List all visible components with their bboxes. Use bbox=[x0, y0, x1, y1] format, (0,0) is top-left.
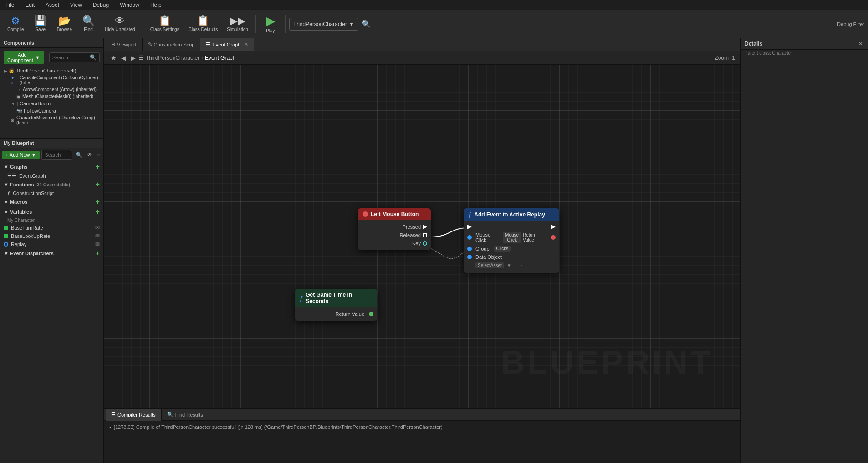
menu-help[interactable]: Help bbox=[148, 2, 163, 8]
tree-item-mesh[interactable]: ▣ Mesh (CharacterMesh0) (Inherited) bbox=[0, 93, 103, 100]
class-settings-label: Class Settings bbox=[150, 27, 179, 32]
compile-button[interactable]: ⚙ Compile bbox=[4, 12, 28, 36]
add-component-button[interactable]: + Add Component ▼ bbox=[4, 51, 44, 64]
graphs-section-header[interactable]: ▼ Graphs + bbox=[0, 162, 103, 172]
save-button[interactable]: 💾 Save bbox=[30, 12, 51, 36]
pin-key-out[interactable] bbox=[423, 241, 427, 246]
breadcrumb-back-button[interactable]: ◀ bbox=[120, 54, 128, 62]
tree-item-arrow[interactable]: → ArrowComponent (Arrow) (Inherited) bbox=[0, 86, 103, 93]
variable-replay[interactable]: Replay ✉ bbox=[0, 240, 103, 248]
debug-filter-button[interactable]: Debug Filter bbox=[837, 21, 864, 27]
tree-item-charmove[interactable]: ⚙ CharacterMovement (CharMoveComp) (Inhe… bbox=[0, 114, 103, 126]
event-graph-icon: ☰☰ bbox=[7, 173, 16, 179]
menu-edit[interactable]: Edit bbox=[23, 2, 36, 8]
tree-item-cameraboom[interactable]: ▼ | CameraBoom bbox=[0, 100, 103, 107]
find-icon: 🔍 bbox=[82, 16, 95, 26]
menu-file[interactable]: File bbox=[4, 2, 16, 8]
details-close-button[interactable]: ✕ bbox=[857, 40, 864, 47]
add-variable-button[interactable]: + bbox=[96, 208, 100, 216]
hide-unrelated-button[interactable]: 👁 Hide Unrelated bbox=[101, 12, 139, 36]
add-function-button[interactable]: + bbox=[96, 181, 100, 188]
pin-exec-out[interactable] bbox=[551, 225, 556, 229]
tab-find-results[interactable]: 🔍 Find Results bbox=[162, 409, 209, 421]
browse-label: Browse bbox=[57, 27, 72, 32]
menu-window[interactable]: Window bbox=[118, 2, 141, 8]
class-settings-button[interactable]: 📋 Class Settings bbox=[147, 12, 183, 36]
pin-return-value[interactable] bbox=[551, 235, 556, 240]
separator-2 bbox=[255, 15, 256, 33]
class-defaults-button[interactable]: 📋 Class Defaults bbox=[185, 12, 221, 36]
event-dispatchers-section-header[interactable]: ▼ Event Dispatchers + bbox=[0, 248, 103, 258]
tree-item-followcamera[interactable]: 📷 FollowCamera bbox=[0, 107, 103, 114]
tab-viewport[interactable]: ⊞ Viewport bbox=[106, 38, 143, 51]
functions-label: ▼ Functions (31 Overridable) bbox=[4, 182, 70, 187]
event-graph-tab-icon: ☰ bbox=[206, 41, 210, 47]
bp-search-input[interactable] bbox=[45, 152, 69, 158]
node-lmb[interactable]: Left Mouse Button Pressed Released bbox=[358, 208, 431, 250]
node-event-name-value: Mouse Click bbox=[503, 232, 521, 243]
variable-base-lookup-rate[interactable]: BaseLookUpRate ✉ bbox=[0, 232, 103, 240]
breadcrumb-graph[interactable]: Event Graph bbox=[205, 55, 235, 61]
pin-group-in[interactable] bbox=[467, 247, 472, 251]
pin-event-name-in[interactable] bbox=[467, 235, 472, 240]
graph-canvas[interactable]: Left Mouse Button Pressed Released bbox=[104, 65, 740, 408]
var-icon-float-lookup bbox=[4, 234, 8, 238]
functions-section-header[interactable]: ▼ Functions (31 Overridable) + bbox=[0, 180, 103, 190]
menu-view[interactable]: View bbox=[68, 2, 84, 8]
bp-settings-btn[interactable]: ≡ bbox=[96, 151, 102, 159]
node-lmb-dot bbox=[363, 211, 368, 217]
pin-pressed-out[interactable] bbox=[423, 225, 427, 229]
blueprint-class-selector[interactable]: ThirdPersonCharacter ▼ bbox=[289, 18, 358, 31]
simulation-button[interactable]: ▶▶ Simulation bbox=[223, 12, 252, 36]
bp-filter-btn[interactable]: 👁 bbox=[86, 151, 94, 159]
tab-event-graph[interactable]: ☰ Event Graph ✕ bbox=[200, 38, 254, 51]
find-button[interactable]: 🔍 Find bbox=[77, 12, 99, 36]
var-envelope-lookup: ✉ bbox=[95, 233, 100, 239]
node-return-value-row: Return Value bbox=[295, 310, 377, 318]
log-text: [1278.63] Compile of ThirdPersonCharacte… bbox=[114, 424, 443, 430]
graph-and-right: ⊞ Viewport ✎ Construction Scrip ☰ Event … bbox=[104, 38, 868, 463]
pin-released-out[interactable] bbox=[423, 233, 427, 237]
simulation-label: Simulation bbox=[227, 27, 248, 32]
graph-event-graph[interactable]: ☰☰ EventGraph bbox=[0, 172, 103, 180]
breadcrumb-forward-button[interactable]: ▶ bbox=[129, 54, 137, 62]
menu-asset[interactable]: Asset bbox=[44, 2, 61, 8]
breadcrumb-class[interactable]: ThirdPersonCharacter bbox=[146, 55, 199, 61]
node-data-object-row: Data Object bbox=[464, 253, 559, 261]
pin-data-object-in[interactable] bbox=[467, 255, 472, 259]
menu-debug[interactable]: Debug bbox=[91, 2, 111, 8]
tab-close-icon[interactable]: ✕ bbox=[244, 41, 248, 47]
variables-section-header[interactable]: ▼ Variables + bbox=[0, 207, 103, 217]
main-content-area: ⊞ Viewport ✎ Construction Scrip ☰ Event … bbox=[104, 38, 868, 463]
components-search-input[interactable] bbox=[52, 55, 88, 60]
play-button[interactable]: ▶ Play bbox=[260, 12, 281, 36]
find-label: Find bbox=[84, 27, 92, 32]
node-add-event[interactable]: ƒ Add Event to Active Replay bbox=[464, 208, 559, 273]
tab-construction-script[interactable]: ✎ Construction Scrip bbox=[143, 38, 201, 51]
bp-search-icon-btn[interactable]: 🔍 bbox=[74, 151, 84, 159]
add-graph-button[interactable]: + bbox=[96, 163, 100, 170]
construction-script-icon: ƒ bbox=[7, 190, 10, 196]
browse-button[interactable]: 📂 Browse bbox=[53, 12, 76, 36]
add-new-button[interactable]: + Add New ▼ bbox=[2, 151, 40, 159]
back-button[interactable]: ★ bbox=[109, 54, 118, 62]
pin-gametime-return[interactable] bbox=[369, 312, 373, 316]
pin-exec-in[interactable] bbox=[467, 225, 472, 229]
log-bullet: • bbox=[109, 424, 111, 430]
tab-compiler-results[interactable]: ☰ Compiler Results bbox=[106, 409, 162, 421]
hide-label: Hide Unrelated bbox=[105, 27, 135, 32]
function-construction-script[interactable]: ƒ ConstructionScript bbox=[0, 190, 103, 197]
class-defaults-label: Class Defaults bbox=[189, 27, 218, 32]
node-gametime[interactable]: ƒ Get Game Time in Seconds Return Value bbox=[295, 289, 377, 321]
tree-item-self[interactable]: ▶ 🧑 ThirdPersonCharacter(self) bbox=[0, 67, 103, 74]
add-event-dispatcher-button[interactable]: + bbox=[96, 250, 100, 257]
macros-section-header[interactable]: ▼ Macros + bbox=[0, 197, 103, 207]
tree-item-capsule[interactable]: ▼ ○ CapsuleComponent (CollisionCylinder)… bbox=[0, 74, 103, 86]
variable-base-turn-rate[interactable]: BaseTurnRate ✉ bbox=[0, 224, 103, 232]
node-lmb-body: Pressed Released Key bbox=[358, 220, 431, 250]
search-blueprint-button[interactable]: 🔍 bbox=[360, 19, 372, 29]
add-macro-button[interactable]: + bbox=[96, 198, 100, 206]
tree-icon-capsule: ▼ ○ bbox=[10, 75, 18, 85]
bottom-content: • [1278.63] Compile of ThirdPersonCharac… bbox=[104, 421, 740, 463]
zoom-label: Zoom -1 bbox=[715, 55, 735, 61]
